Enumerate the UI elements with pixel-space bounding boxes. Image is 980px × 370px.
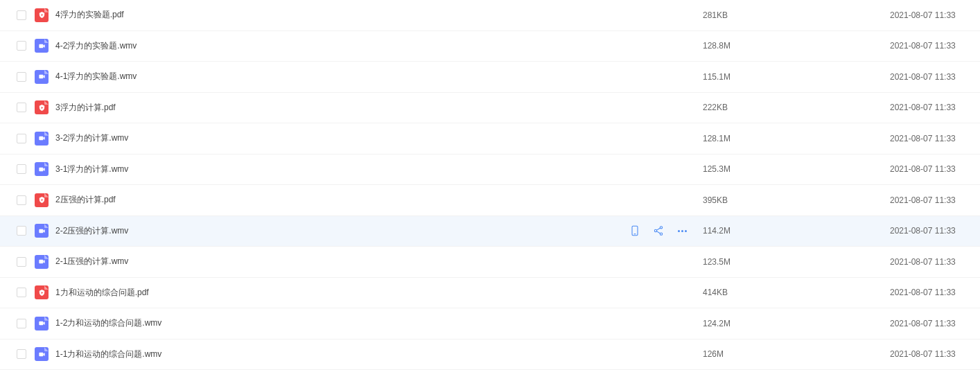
file-name[interactable]: 3浮力的计算.pdf [55, 102, 703, 114]
select-checkbox[interactable] [17, 257, 26, 267]
svg-rect-84 [39, 353, 43, 357]
video-file-icon [35, 317, 49, 331]
video-file-icon [35, 255, 49, 269]
file-date: 2021-08-07 11:33 [890, 72, 980, 82]
file-row[interactable]: 1-2力和运动的综合问题.wmv124.2M2021-08-07 11:33 [0, 308, 980, 340]
file-name[interactable]: 4浮力的实验题.pdf [55, 9, 703, 21]
file-size: 395KB [703, 195, 890, 205]
file-size: 281KB [703, 10, 890, 20]
file-row[interactable]: 2-1压强的计算.wmv123.5M2021-08-07 11:33 [0, 247, 980, 278]
select-checkbox[interactable] [17, 72, 26, 82]
svg-rect-53 [39, 229, 43, 234]
select-checkbox[interactable] [17, 10, 26, 20]
pdf-file-icon [35, 8, 49, 22]
file-date: 2021-08-07 11:33 [890, 10, 980, 20]
select-checkbox[interactable] [17, 195, 26, 205]
svg-line-60 [656, 231, 660, 234]
select-checkbox[interactable] [17, 164, 26, 174]
video-file-icon [35, 224, 49, 238]
file-date: 2021-08-07 11:33 [890, 257, 980, 267]
select-checkbox[interactable] [17, 226, 26, 236]
video-file-icon [35, 39, 49, 53]
file-name[interactable]: 2-2压强的计算.wmv [55, 225, 629, 237]
file-row[interactable]: 3-2浮力的计算.wmv128.1M2021-08-07 11:33 [0, 123, 980, 155]
svg-rect-30 [39, 136, 43, 141]
file-size: 128.8M [703, 41, 890, 51]
svg-rect-76 [39, 321, 43, 326]
file-name[interactable]: 1-1力和运动的综合问题.wmv [55, 349, 703, 360]
file-name[interactable]: 3-1浮力的计算.wmv [55, 164, 703, 175]
file-row[interactable]: 2压强的计算.pdf395KB2021-08-07 11:33 [0, 185, 980, 216]
file-row[interactable]: 3浮力的计算.pdf222KB2021-08-07 11:33 [0, 93, 980, 124]
video-file-icon [35, 162, 49, 176]
video-file-icon [35, 132, 49, 146]
file-size: 125.3M [703, 164, 890, 174]
file-name[interactable]: 2-1压强的计算.wmv [55, 256, 703, 267]
file-date: 2021-08-07 11:33 [890, 349, 980, 359]
select-checkbox[interactable] [17, 288, 26, 297]
svg-rect-7 [39, 44, 43, 49]
video-file-icon [35, 347, 49, 361]
file-date: 2021-08-07 11:33 [890, 103, 980, 112]
file-row[interactable]: 2-2压强的计算.wmv114.2M2021-08-07 11:33 [0, 216, 980, 247]
file-name[interactable]: 2压强的计算.pdf [55, 194, 703, 206]
file-date: 2021-08-07 11:33 [890, 226, 980, 236]
file-size: 124.2M [703, 319, 890, 328]
svg-rect-61 [39, 260, 43, 264]
file-row[interactable]: 4-2浮力的实验题.wmv128.8M2021-08-07 11:33 [0, 31, 980, 62]
file-size: 128.1M [703, 134, 890, 143]
file-row[interactable]: 1-1力和运动的综合问题.wmv126M2021-08-07 11:33 [0, 340, 980, 371]
select-checkbox[interactable] [17, 134, 26, 143]
svg-rect-15 [39, 75, 43, 79]
select-checkbox[interactable] [17, 319, 26, 328]
file-size: 115.1M [703, 72, 890, 82]
file-size: 123.5M [703, 257, 890, 267]
file-name[interactable]: 4-1浮力的实验题.wmv [55, 71, 703, 82]
row-actions [629, 225, 703, 236]
file-date: 2021-08-07 11:33 [890, 288, 980, 297]
file-name[interactable]: 1力和运动的综合问题.pdf [55, 287, 703, 299]
file-row[interactable]: 4-1浮力的实验题.wmv115.1M2021-08-07 11:33 [0, 62, 980, 93]
file-date: 2021-08-07 11:33 [890, 319, 980, 328]
file-name[interactable]: 4-2浮力的实验题.wmv [55, 40, 703, 52]
file-row[interactable]: 4浮力的实验题.pdf281KB2021-08-07 11:33 [0, 0, 980, 31]
pdf-file-icon [35, 193, 49, 207]
file-row[interactable]: 1力和运动的综合问题.pdf414KB2021-08-07 11:33 [0, 278, 980, 309]
file-size: 126M [703, 349, 890, 359]
select-checkbox[interactable] [17, 41, 26, 51]
file-size: 414KB [703, 288, 890, 297]
video-file-icon [35, 70, 49, 84]
file-size: 222KB [703, 103, 890, 112]
share-icon[interactable] [653, 225, 664, 236]
file-date: 2021-08-07 11:33 [890, 164, 980, 174]
file-size: 114.2M [703, 226, 890, 236]
send-to-device-icon[interactable] [629, 225, 640, 236]
select-checkbox[interactable] [17, 103, 26, 112]
file-name[interactable]: 3-2浮力的计算.wmv [55, 132, 703, 144]
select-checkbox[interactable] [17, 349, 26, 359]
file-date: 2021-08-07 11:33 [890, 134, 980, 143]
file-row[interactable]: 3-1浮力的计算.wmv125.3M2021-08-07 11:33 [0, 155, 980, 186]
file-name[interactable]: 1-2力和运动的综合问题.wmv [55, 317, 703, 329]
file-date: 2021-08-07 11:33 [890, 195, 980, 205]
svg-rect-38 [39, 168, 43, 172]
file-date: 2021-08-07 11:33 [890, 41, 980, 51]
more-icon[interactable] [676, 225, 688, 236]
file-list: 4浮力的实验题.pdf281KB2021-08-07 11:334-2浮力的实验… [0, 0, 980, 370]
pdf-file-icon [35, 285, 49, 299]
pdf-file-icon [35, 100, 49, 114]
svg-line-59 [656, 228, 660, 230]
